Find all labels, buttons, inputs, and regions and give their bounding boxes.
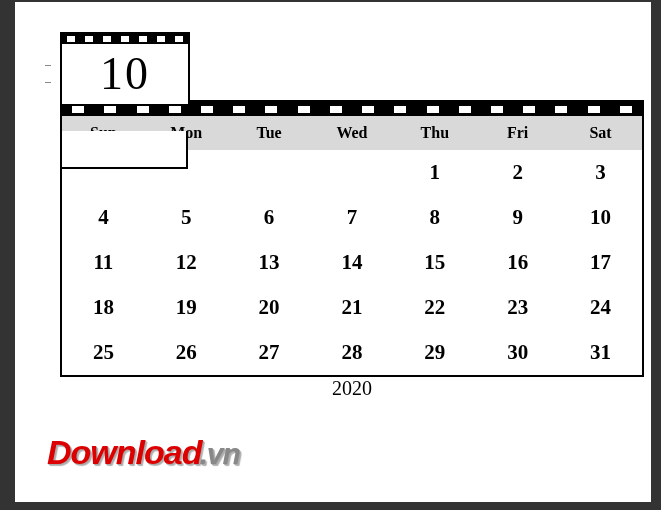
film-strip-icon — [62, 34, 188, 44]
day-cell: 17 — [559, 240, 642, 285]
document-page: 10 Sun Mon Tue Wed Thu Fri S — [15, 2, 651, 502]
day-cell: 10 — [559, 195, 642, 240]
day-cell: 3 — [559, 150, 642, 195]
day-cell: 16 — [476, 240, 559, 285]
day-cell: 9 — [476, 195, 559, 240]
day-cell: 19 — [145, 285, 228, 330]
day-cell: 18 — [62, 285, 145, 330]
margin-mark — [45, 65, 51, 83]
calendar: 10 Sun Mon Tue Wed Thu Fri S — [60, 32, 644, 400]
day-cell: 15 — [393, 240, 476, 285]
calendar-tbody: 1234567891011121314151617181920212223242… — [62, 150, 642, 375]
day-cell: 20 — [228, 285, 311, 330]
day-cell: 31 — [559, 330, 642, 375]
day-cell: 12 — [145, 240, 228, 285]
day-cell: 5 — [145, 195, 228, 240]
day-cell — [311, 150, 394, 195]
header-thu: Thu — [393, 116, 476, 150]
day-cell: 14 — [311, 240, 394, 285]
year-label: 2020 — [60, 377, 644, 400]
month-box: 10 — [60, 32, 190, 106]
day-cell: 7 — [311, 195, 394, 240]
day-cell: 21 — [311, 285, 394, 330]
day-cell: 4 — [62, 195, 145, 240]
table-row: 18192021222324 — [62, 285, 642, 330]
month-number: 10 — [62, 44, 188, 104]
header-fri: Fri — [476, 116, 559, 150]
table-row: 11121314151617 — [62, 240, 642, 285]
watermark-brand: Download — [47, 433, 201, 472]
header-sat: Sat — [559, 116, 642, 150]
day-cell: 2 — [476, 150, 559, 195]
day-cell: 23 — [476, 285, 559, 330]
day-cell: 22 — [393, 285, 476, 330]
day-cell: 6 — [228, 195, 311, 240]
header-tue: Tue — [228, 116, 311, 150]
table-row: 25262728293031 — [62, 330, 642, 375]
day-cell — [228, 150, 311, 195]
day-cell: 8 — [393, 195, 476, 240]
day-cell: 27 — [228, 330, 311, 375]
day-cell: 25 — [62, 330, 145, 375]
header-wed: Wed — [311, 116, 394, 150]
day-cell: 11 — [62, 240, 145, 285]
month-box-extension — [60, 131, 188, 169]
day-cell: 1 — [393, 150, 476, 195]
day-cell: 26 — [145, 330, 228, 375]
day-cell: 29 — [393, 330, 476, 375]
calendar-body: Sun Mon Tue Wed Thu Fri Sat 123456789101… — [60, 100, 644, 377]
day-cell: 13 — [228, 240, 311, 285]
day-cell: 24 — [559, 285, 642, 330]
watermark: Download.vn — [47, 433, 240, 472]
day-cell: 28 — [311, 330, 394, 375]
day-cell: 30 — [476, 330, 559, 375]
watermark-domain: .vn — [199, 437, 239, 471]
table-row: 45678910 — [62, 195, 642, 240]
